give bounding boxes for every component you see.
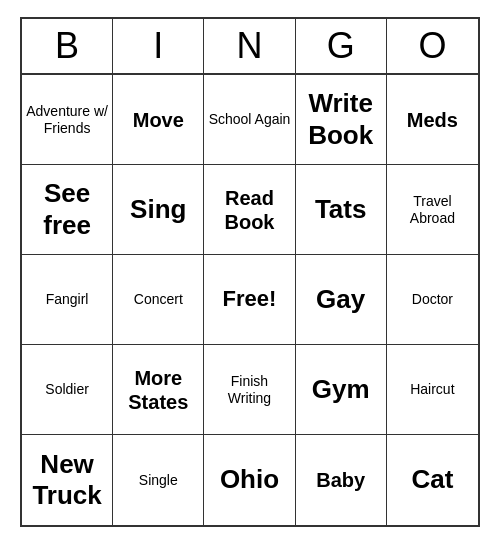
bingo-cell: Baby: [296, 435, 387, 525]
bingo-cell: Sing: [113, 165, 204, 255]
bingo-cell: Soldier: [22, 345, 113, 435]
bingo-cell: Fangirl: [22, 255, 113, 345]
bingo-card: BINGO Adventure w/ FriendsMoveSchool Aga…: [20, 17, 480, 527]
bingo-cell: Meds: [387, 75, 478, 165]
bingo-cell: Tats: [296, 165, 387, 255]
bingo-cell: Gym: [296, 345, 387, 435]
bingo-cell: New Truck: [22, 435, 113, 525]
bingo-cell: Doctor: [387, 255, 478, 345]
bingo-cell: Ohio: [204, 435, 295, 525]
bingo-cell: Free!: [204, 255, 295, 345]
bingo-cell: Haircut: [387, 345, 478, 435]
bingo-cell: Single: [113, 435, 204, 525]
bingo-grid: Adventure w/ FriendsMoveSchool AgainWrit…: [22, 75, 478, 525]
bingo-cell: See free: [22, 165, 113, 255]
bingo-cell: School Again: [204, 75, 295, 165]
header-letter: G: [296, 19, 387, 73]
bingo-header: BINGO: [22, 19, 478, 75]
bingo-cell: Travel Abroad: [387, 165, 478, 255]
header-letter: O: [387, 19, 478, 73]
header-letter: I: [113, 19, 204, 73]
bingo-cell: Read Book: [204, 165, 295, 255]
header-letter: N: [204, 19, 295, 73]
bingo-cell: Concert: [113, 255, 204, 345]
header-letter: B: [22, 19, 113, 73]
bingo-cell: Move: [113, 75, 204, 165]
bingo-cell: Cat: [387, 435, 478, 525]
bingo-cell: Write Book: [296, 75, 387, 165]
bingo-cell: More States: [113, 345, 204, 435]
bingo-cell: Adventure w/ Friends: [22, 75, 113, 165]
bingo-cell: Finish Writing: [204, 345, 295, 435]
bingo-cell: Gay: [296, 255, 387, 345]
